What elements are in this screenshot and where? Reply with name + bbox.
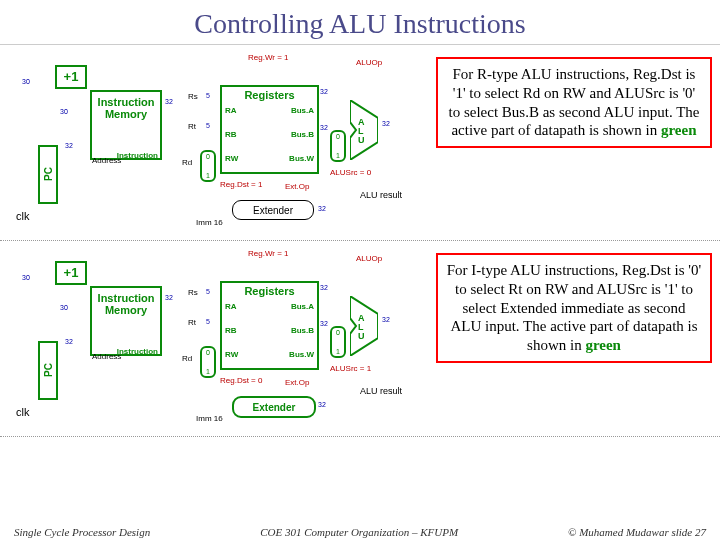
imem-instr-port-i: Instruction bbox=[117, 348, 158, 357]
w5-rs: 5 bbox=[206, 92, 210, 99]
regdst-mux-i: 0 1 bbox=[200, 346, 216, 378]
itype-explain-text: For I-type ALU instructions, Reg.Dst is … bbox=[447, 262, 702, 353]
incrementer: +1 bbox=[55, 65, 87, 89]
alusrc-label-i: ALUSrc = 1 bbox=[330, 364, 371, 373]
aluop-label-i: ALUOp bbox=[356, 254, 382, 263]
mux-as-1: 1 bbox=[336, 152, 340, 159]
regdst-mux: 0 1 bbox=[200, 150, 216, 182]
alusrc-label: ALUSrc = 0 bbox=[330, 168, 371, 177]
mux-as-0: 0 bbox=[336, 133, 340, 140]
aluresult-label-i: ALU result bbox=[360, 386, 402, 396]
extop-label: Ext.Op bbox=[285, 182, 309, 191]
busa-port-i: Bus.A bbox=[291, 303, 314, 312]
ra-port: RA bbox=[225, 107, 237, 116]
wire-30a-i: 30 bbox=[22, 274, 30, 281]
imem-addr-port-i: Address bbox=[92, 352, 121, 361]
busa-port: Bus.A bbox=[291, 107, 314, 116]
rw-port: RW bbox=[225, 155, 238, 164]
imem-title: Instruction Memory bbox=[92, 96, 160, 120]
itype-explain-green: green bbox=[585, 337, 621, 353]
wire-30b-i: 30 bbox=[60, 304, 68, 311]
wire-32a: 32 bbox=[65, 142, 73, 149]
aluresult-label: ALU result bbox=[360, 190, 402, 200]
alu-i: A L U bbox=[350, 296, 378, 356]
wire-32b: 32 bbox=[165, 98, 173, 105]
mux-rd-1: 1 bbox=[206, 172, 210, 179]
itype-diagram: Reg.Wr = 1 ALUOp +1 30 30 PC Instruction… bbox=[0, 241, 720, 437]
rt-label-i: Rt bbox=[188, 318, 196, 327]
w5-rs-i: 5 bbox=[206, 288, 210, 295]
imem-addr-port: Address bbox=[92, 156, 121, 165]
clk-label: clk bbox=[16, 210, 29, 222]
imem-instr-port: Instruction bbox=[117, 152, 158, 161]
regdst-label-i: Reg.Dst = 0 bbox=[220, 376, 262, 385]
rtype-explain: For R-type ALU instructions, Reg.Dst is … bbox=[436, 57, 712, 148]
regfile-title: Registers bbox=[222, 89, 317, 101]
w32-busa: 32 bbox=[320, 88, 328, 95]
imm16-label-i: Imm 16 bbox=[196, 414, 223, 423]
w32-ext: 32 bbox=[318, 205, 326, 212]
mux-rd-1-i: 1 bbox=[206, 368, 210, 375]
pc-register-i: PC bbox=[38, 341, 58, 400]
register-file: Registers RA RB RW Bus.A Bus.B Bus.W bbox=[220, 85, 319, 174]
mux-rd-0-i: 0 bbox=[206, 349, 210, 356]
wire-32a-i: 32 bbox=[65, 338, 73, 345]
wire-30a: 30 bbox=[22, 78, 30, 85]
rtype-diagram: Reg.Wr = 1 ALUOp +1 30 30 PC Instruction… bbox=[0, 45, 720, 241]
regfile-title-i: Registers bbox=[222, 285, 317, 297]
rd-label-i: Rd bbox=[182, 354, 192, 363]
rt-label: Rt bbox=[188, 122, 196, 131]
wire-30b: 30 bbox=[60, 108, 68, 115]
busw-port: Bus.W bbox=[289, 155, 314, 164]
alu-text-i: A L U bbox=[358, 314, 365, 341]
rw-port-i: RW bbox=[225, 351, 238, 360]
instruction-memory: Instruction Memory Instruction bbox=[90, 90, 162, 160]
instruction-memory-i: Instruction Memory Instruction bbox=[90, 286, 162, 356]
extop-label-i: Ext.Op bbox=[285, 378, 309, 387]
rb-port-i: RB bbox=[225, 327, 237, 336]
mux-rd-0: 0 bbox=[206, 153, 210, 160]
incrementer-i: +1 bbox=[55, 261, 87, 285]
footer-center: COE 301 Computer Organization – KFUPM bbox=[260, 526, 458, 538]
footer-left: Single Cycle Processor Design bbox=[14, 526, 150, 538]
alusrc-mux: 0 1 bbox=[330, 130, 346, 162]
clk-label-i: clk bbox=[16, 406, 29, 418]
busb-port: Bus.B bbox=[291, 131, 314, 140]
busw-port-i: Bus.W bbox=[289, 351, 314, 360]
rb-port: RB bbox=[225, 131, 237, 140]
footer-right: © Muhamed Mudawar slide 27 bbox=[568, 526, 706, 538]
alu-text: A L U bbox=[358, 118, 365, 145]
rs-label-i: Rs bbox=[188, 288, 198, 297]
rd-label: Rd bbox=[182, 158, 192, 167]
imem-title-i: Instruction Memory bbox=[92, 292, 160, 316]
regwr-label-i: Reg.Wr = 1 bbox=[248, 249, 289, 258]
mux-as-1-i: 1 bbox=[336, 348, 340, 355]
regwr-label: Reg.Wr = 1 bbox=[248, 53, 289, 62]
busb-port-i: Bus.B bbox=[291, 327, 314, 336]
aluop-label: ALUOp bbox=[356, 58, 382, 67]
w32-aluout-i: 32 bbox=[382, 316, 390, 323]
w32-busb-i: 32 bbox=[320, 320, 328, 327]
w32-aluout: 32 bbox=[382, 120, 390, 127]
w32-ext-i: 32 bbox=[318, 401, 326, 408]
w5-rt-i: 5 bbox=[206, 318, 210, 325]
itype-explain: For I-type ALU instructions, Reg.Dst is … bbox=[436, 253, 712, 363]
alusrc-mux-i: 0 1 bbox=[330, 326, 346, 358]
regdst-label: Reg.Dst = 1 bbox=[220, 180, 262, 189]
imm16-label: Imm 16 bbox=[196, 218, 223, 227]
w5-rt: 5 bbox=[206, 122, 210, 129]
register-file-i: Registers RA RB RW Bus.A Bus.B Bus.W bbox=[220, 281, 319, 370]
rtype-explain-green: green bbox=[661, 122, 697, 138]
pc-register: PC bbox=[38, 145, 58, 204]
page-title: Controlling ALU Instructions bbox=[0, 0, 720, 45]
w32-busb: 32 bbox=[320, 124, 328, 131]
footer: Single Cycle Processor Design COE 301 Co… bbox=[0, 526, 720, 538]
rs-label: Rs bbox=[188, 92, 198, 101]
extender-i: Extender bbox=[232, 396, 316, 418]
mux-as-0-i: 0 bbox=[336, 329, 340, 336]
extender: Extender bbox=[232, 200, 314, 220]
alu: A L U bbox=[350, 100, 378, 160]
wire-32b-i: 32 bbox=[165, 294, 173, 301]
ra-port-i: RA bbox=[225, 303, 237, 312]
w32-busa-i: 32 bbox=[320, 284, 328, 291]
